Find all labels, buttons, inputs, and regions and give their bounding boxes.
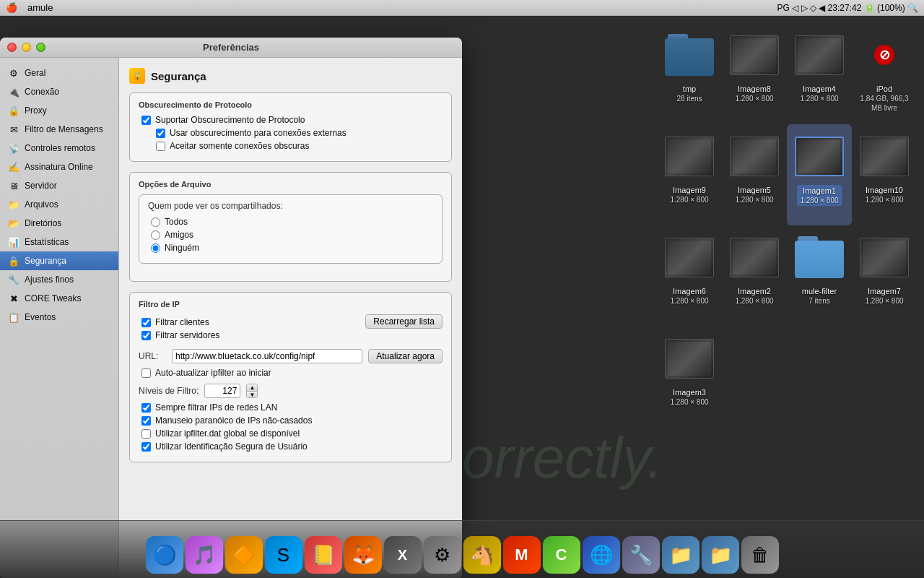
- stepper-up-button[interactable]: ▲: [247, 384, 257, 392]
- sidebar-item-proxy[interactable]: 🔒 Proxy: [0, 101, 118, 120]
- dock-finder[interactable]: 🔵: [146, 536, 183, 575]
- dock-firefox[interactable]: 🦊: [344, 536, 382, 575]
- maximize-button[interactable]: [36, 43, 45, 52]
- tools-icon: 🔧: [622, 536, 660, 574]
- dock-addressbook[interactable]: 📒: [305, 536, 342, 575]
- desktop-icon-imagem8[interactable]: Imagem8 1.280 × 800: [722, 23, 787, 124]
- desktop-icon-imagem10[interactable]: Imagem10 1.280 × 800: [852, 124, 917, 225]
- desktop-icon-imagem3[interactable]: Imagem3 1.280 × 800: [657, 327, 722, 428]
- sidebar-item-core-tweaks[interactable]: ✖ CORE Tweaks: [0, 289, 118, 308]
- sidebar-item-estatisticas[interactable]: 📊 Estatísticas: [0, 233, 118, 251]
- close-button[interactable]: [7, 43, 17, 52]
- sidebar-label-geral: Geral: [25, 68, 45, 78]
- checkbox-filtrar-clientes[interactable]: [141, 318, 151, 327]
- sidebar-item-seguranca[interactable]: 🔒 Segurança: [0, 251, 118, 270]
- sidebar-item-ajustes-finos[interactable]: 🔧 Ajustes finos: [0, 270, 118, 289]
- amule-icon: 🐴: [463, 536, 501, 574]
- skype-icon: S: [265, 536, 302, 574]
- checkbox-filtrar-servidores[interactable]: [141, 331, 151, 340]
- dock-amule2[interactable]: M: [503, 536, 541, 575]
- menubar-status: PG ◁ ▷ ◇ ◀ 23:27:42 🔋 (100%) 🔍: [777, 3, 918, 13]
- niveis-input[interactable]: [204, 384, 240, 398]
- checkbox-aceitar-somente[interactable]: [156, 142, 165, 151]
- sidebar-item-conexao[interactable]: 🔌 Conexão: [0, 82, 118, 101]
- filtro-msg-icon: ✉: [7, 123, 20, 136]
- atualizar-agora-button[interactable]: Atualizar agora: [368, 349, 443, 363]
- checkbox-manuseio-row: Manuseio paranóico de IPs não-casados: [139, 415, 443, 426]
- stepper-down-button[interactable]: ▼: [247, 392, 257, 398]
- checkbox-identificacao-segura-row: Utilizar Identificação Segura de Usuário: [139, 441, 443, 452]
- desktop-icon-imagem7[interactable]: Imagem7 1.280 × 800: [852, 225, 917, 327]
- apple-menu[interactable]: 🍎: [6, 2, 17, 13]
- dock-item8-icon: ⚙: [424, 536, 461, 574]
- prefs-dialog: Preferências ⚙ Geral 🔌 Conexão 🔒 Proxy ✉: [0, 38, 462, 578]
- proxy-icon: 🔒: [7, 104, 20, 117]
- dialog-body: ⚙ Geral 🔌 Conexão 🔒 Proxy ✉ Filtro de Me…: [0, 58, 462, 578]
- sidebar-item-arquivos[interactable]: 📁 Arquivos: [0, 195, 118, 214]
- checkbox-utilizar-global-row: Utilizar ipfilter.dat global se disponív…: [139, 428, 443, 439]
- dock-folder1[interactable]: 📁: [662, 536, 699, 575]
- desktop-icon-tmp[interactable]: tmp 28 itens: [657, 23, 722, 124]
- checkbox-sempre-filtrar-label: Sempre filtrar IPs de redes LAN: [155, 402, 277, 413]
- dock-item8[interactable]: ⚙: [424, 536, 461, 575]
- dock-x11[interactable]: X: [384, 536, 422, 575]
- desktop-icon-mule-filter[interactable]: mule-filter 7 itens: [787, 225, 852, 327]
- sidebar-item-filtro-mensagens[interactable]: ✉ Filtro de Mensagens: [0, 120, 118, 139]
- checkbox-manuseio[interactable]: [141, 416, 151, 426]
- sidebar-item-servidor[interactable]: 🖥 Servidor: [0, 176, 118, 195]
- desktop-icon-ipod[interactable]: ⊘ iPod 1,84 GB, 966,3 MB livre: [852, 23, 917, 124]
- radio-ninguem[interactable]: [151, 243, 160, 253]
- dock-cyberduck[interactable]: C: [543, 536, 580, 575]
- sidebar-item-eventos[interactable]: 📋 Eventos: [0, 308, 118, 327]
- sidebar-item-diretorios[interactable]: 📂 Diretórios: [0, 214, 118, 233]
- desktop-icon-imagem2[interactable]: Imagem2 1.280 × 800: [722, 225, 787, 327]
- checkbox-sempre-filtrar[interactable]: [141, 403, 151, 413]
- checkbox-auto-atualizar[interactable]: [141, 368, 151, 378]
- vlc-icon: 🔶: [225, 536, 263, 574]
- checkbox-utilizar-global[interactable]: [141, 429, 151, 439]
- controles-icon: 📡: [7, 142, 20, 155]
- dock-trash[interactable]: 🗑: [741, 536, 779, 575]
- dock-tools[interactable]: 🔧: [622, 536, 660, 575]
- dock-skype[interactable]: S: [265, 536, 302, 575]
- niveis-stepper[interactable]: ▲ ▼: [246, 384, 258, 398]
- checkbox-identificacao-segura[interactable]: [141, 442, 151, 452]
- sidebar-label-controles-remotos: Controles remotos: [25, 143, 95, 153]
- browser-icon: 🌐: [583, 536, 620, 574]
- desktop-icon-imagem1[interactable]: Imagem1 1.280 × 800: [787, 124, 852, 225]
- app-name[interactable]: amule: [27, 2, 53, 13]
- imagem7-icon-img: [858, 231, 910, 283]
- url-input[interactable]: [172, 349, 362, 363]
- desktop-icon-imagem5[interactable]: Imagem5 1.280 × 800: [722, 124, 787, 225]
- checkbox-usar-obscurecimento-label: Usar obscurecimento para conexões extern…: [170, 128, 346, 138]
- radio-todos[interactable]: [151, 217, 160, 227]
- desktop-icon-imagem6[interactable]: Imagem6 1.280 × 800: [657, 225, 722, 327]
- checkbox-auto-atualizar-row: Auto-atualizar ipfilter ao iniciar: [139, 368, 443, 378]
- imagem8-icon-img: [728, 29, 780, 81]
- menubar-left: 🍎 amule: [6, 2, 53, 13]
- sidebar-item-assinatura-online[interactable]: ✍ Assinatura Online: [0, 158, 118, 176]
- radio-amigos-label: Amigos: [165, 230, 193, 240]
- desktop-icon-imagem4[interactable]: Imagem4 1.280 × 800: [787, 23, 852, 124]
- dock-folder2[interactable]: 📁: [702, 536, 739, 575]
- checkbox-manuseio-label: Manuseio paranóico de IPs não-casados: [155, 415, 312, 426]
- checkbox-suporte-protocolo-row: Suportar Obscurecimento de Protocolo: [139, 115, 443, 125]
- recarregar-lista-button[interactable]: Recarregar lista: [365, 314, 443, 329]
- seguranca-icon: 🔒: [7, 254, 20, 267]
- dock-amule[interactable]: 🐴: [463, 536, 501, 575]
- minimize-button[interactable]: [22, 43, 31, 52]
- imagem4-icon-img: [793, 29, 845, 81]
- sidebar-item-controles-remotos[interactable]: 📡 Controles remotos: [0, 139, 118, 158]
- dock-itunes[interactable]: 🎵: [186, 536, 223, 575]
- sidebar-item-geral[interactable]: ⚙ Geral: [0, 64, 118, 82]
- imagem9-icon-img: [663, 130, 715, 182]
- sidebar-label-servidor: Servidor: [25, 181, 57, 191]
- radio-amigos[interactable]: [151, 230, 160, 240]
- dock-browser[interactable]: 🌐: [583, 536, 620, 575]
- desktop-icon-imagem9[interactable]: Imagem9 1.280 × 800: [657, 124, 722, 225]
- desktop: orrectly. tmp 28 itens Imagem8 1.280 × 8…: [0, 16, 924, 578]
- checkbox-suporte-protocolo[interactable]: [141, 116, 151, 125]
- sidebar-label-estatisticas: Estatísticas: [25, 237, 69, 247]
- dock-vlc[interactable]: 🔶: [225, 536, 263, 575]
- checkbox-usar-obscurecimento[interactable]: [156, 129, 165, 138]
